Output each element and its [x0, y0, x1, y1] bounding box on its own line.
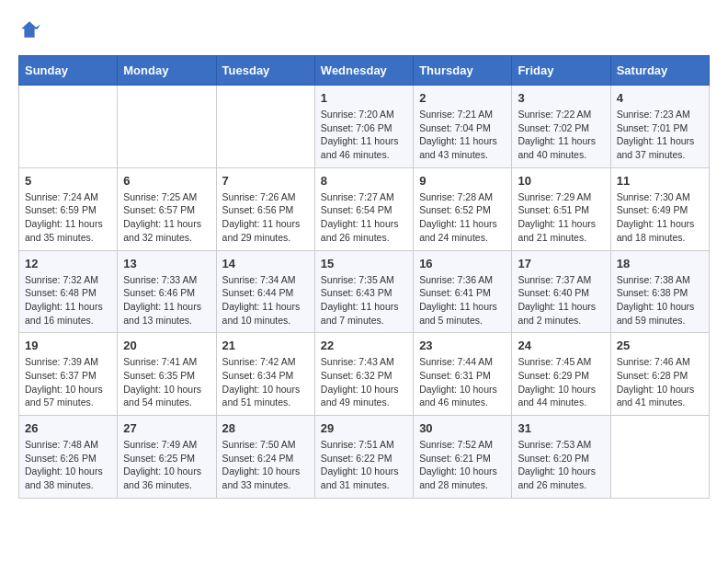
day-number: 13	[123, 257, 210, 270]
calendar-cell: 8Sunrise: 7:27 AM Sunset: 6:54 PM Daylig…	[314, 167, 413, 250]
calendar-cell: 11Sunrise: 7:30 AM Sunset: 6:49 PM Dayli…	[610, 167, 709, 250]
calendar-cell: 18Sunrise: 7:38 AM Sunset: 6:38 PM Dayli…	[610, 250, 709, 333]
day-number: 11	[617, 174, 703, 188]
calendar-cell: 6Sunrise: 7:25 AM Sunset: 6:57 PM Daylig…	[118, 167, 216, 250]
calendar-cell	[216, 86, 314, 168]
logo-icon	[18, 18, 40, 40]
day-info: Sunrise: 7:30 AM Sunset: 6:49 PM Dayligh…	[617, 190, 703, 245]
calendar-week-row: 5Sunrise: 7:24 AM Sunset: 6:59 PM Daylig…	[19, 167, 710, 250]
day-info: Sunrise: 7:44 AM Sunset: 6:31 PM Dayligh…	[419, 355, 506, 409]
calendar-cell: 16Sunrise: 7:36 AM Sunset: 6:41 PM Dayli…	[414, 250, 512, 333]
day-info: Sunrise: 7:39 AM Sunset: 6:37 PM Dayligh…	[25, 355, 111, 409]
calendar-cell: 24Sunrise: 7:45 AM Sunset: 6:29 PM Dayli…	[512, 333, 610, 416]
day-info: Sunrise: 7:21 AM Sunset: 7:04 PM Dayligh…	[419, 108, 506, 162]
day-number: 19	[25, 339, 111, 352]
day-info: Sunrise: 7:34 AM Sunset: 6:44 PM Dayligh…	[222, 273, 309, 327]
calendar-cell: 3Sunrise: 7:22 AM Sunset: 7:02 PM Daylig…	[512, 86, 610, 168]
calendar-cell: 26Sunrise: 7:48 AM Sunset: 6:26 PM Dayli…	[19, 416, 118, 499]
day-number: 16	[419, 257, 506, 270]
day-number: 26	[25, 421, 111, 435]
weekday-header-tuesday: Tuesday	[216, 56, 314, 86]
calendar-cell: 27Sunrise: 7:49 AM Sunset: 6:25 PM Dayli…	[118, 416, 216, 499]
day-info: Sunrise: 7:32 AM Sunset: 6:48 PM Dayligh…	[25, 273, 111, 327]
calendar-week-row: 26Sunrise: 7:48 AM Sunset: 6:26 PM Dayli…	[19, 416, 710, 499]
day-number: 1	[321, 91, 407, 105]
calendar-cell	[118, 86, 216, 168]
calendar-cell: 12Sunrise: 7:32 AM Sunset: 6:48 PM Dayli…	[19, 250, 118, 333]
weekday-header-friday: Friday	[512, 56, 610, 86]
day-number: 2	[419, 91, 506, 105]
calendar-cell: 17Sunrise: 7:37 AM Sunset: 6:40 PM Dayli…	[512, 250, 610, 333]
day-info: Sunrise: 7:28 AM Sunset: 6:52 PM Dayligh…	[419, 190, 506, 245]
day-number: 22	[321, 339, 407, 352]
calendar-header-row: SundayMondayTuesdayWednesdayThursdayFrid…	[19, 56, 710, 86]
calendar-cell: 1Sunrise: 7:20 AM Sunset: 7:06 PM Daylig…	[314, 86, 413, 168]
day-info: Sunrise: 7:37 AM Sunset: 6:40 PM Dayligh…	[518, 273, 604, 327]
calendar-cell: 25Sunrise: 7:46 AM Sunset: 6:28 PM Dayli…	[610, 333, 709, 416]
calendar-cell: 23Sunrise: 7:44 AM Sunset: 6:31 PM Dayli…	[414, 333, 512, 416]
day-info: Sunrise: 7:29 AM Sunset: 6:51 PM Dayligh…	[518, 190, 604, 245]
day-number: 15	[321, 257, 407, 270]
day-info: Sunrise: 7:52 AM Sunset: 6:21 PM Dayligh…	[419, 438, 506, 492]
calendar-week-row: 1Sunrise: 7:20 AM Sunset: 7:06 PM Daylig…	[19, 86, 710, 168]
logo	[18, 18, 44, 40]
day-info: Sunrise: 7:46 AM Sunset: 6:28 PM Dayligh…	[617, 355, 703, 409]
calendar-cell: 2Sunrise: 7:21 AM Sunset: 7:04 PM Daylig…	[414, 86, 512, 168]
weekday-header-saturday: Saturday	[610, 56, 709, 86]
day-info: Sunrise: 7:35 AM Sunset: 6:43 PM Dayligh…	[321, 273, 407, 327]
day-number: 6	[123, 174, 210, 188]
day-number: 8	[321, 174, 407, 188]
calendar-cell: 29Sunrise: 7:51 AM Sunset: 6:22 PM Dayli…	[314, 416, 413, 499]
calendar-week-row: 19Sunrise: 7:39 AM Sunset: 6:37 PM Dayli…	[19, 333, 710, 416]
day-number: 14	[222, 257, 309, 270]
day-number: 18	[617, 257, 703, 270]
page-header	[18, 18, 710, 40]
day-number: 10	[518, 174, 604, 188]
day-number: 20	[123, 339, 210, 352]
day-info: Sunrise: 7:23 AM Sunset: 7:01 PM Dayligh…	[617, 108, 703, 162]
calendar-week-row: 12Sunrise: 7:32 AM Sunset: 6:48 PM Dayli…	[19, 250, 710, 333]
day-info: Sunrise: 7:33 AM Sunset: 6:46 PM Dayligh…	[123, 273, 210, 327]
calendar-cell: 13Sunrise: 7:33 AM Sunset: 6:46 PM Dayli…	[118, 250, 216, 333]
weekday-header-monday: Monday	[118, 56, 216, 86]
svg-marker-0	[21, 21, 38, 38]
day-info: Sunrise: 7:45 AM Sunset: 6:29 PM Dayligh…	[518, 355, 604, 409]
calendar-cell: 20Sunrise: 7:41 AM Sunset: 6:35 PM Dayli…	[118, 333, 216, 416]
calendar-cell: 31Sunrise: 7:53 AM Sunset: 6:20 PM Dayli…	[512, 416, 610, 499]
day-info: Sunrise: 7:38 AM Sunset: 6:38 PM Dayligh…	[617, 273, 703, 327]
calendar-cell: 28Sunrise: 7:50 AM Sunset: 6:24 PM Dayli…	[216, 416, 314, 499]
day-number: 4	[617, 91, 703, 105]
day-info: Sunrise: 7:41 AM Sunset: 6:35 PM Dayligh…	[123, 355, 210, 409]
day-number: 24	[518, 339, 604, 352]
day-info: Sunrise: 7:36 AM Sunset: 6:41 PM Dayligh…	[419, 273, 506, 327]
day-info: Sunrise: 7:43 AM Sunset: 6:32 PM Dayligh…	[321, 355, 407, 409]
day-info: Sunrise: 7:26 AM Sunset: 6:56 PM Dayligh…	[222, 190, 309, 245]
day-number: 23	[419, 339, 506, 352]
calendar-cell: 7Sunrise: 7:26 AM Sunset: 6:56 PM Daylig…	[216, 167, 314, 250]
day-info: Sunrise: 7:51 AM Sunset: 6:22 PM Dayligh…	[321, 438, 407, 492]
day-info: Sunrise: 7:42 AM Sunset: 6:34 PM Dayligh…	[222, 355, 309, 409]
day-info: Sunrise: 7:27 AM Sunset: 6:54 PM Dayligh…	[321, 190, 407, 245]
calendar-cell: 5Sunrise: 7:24 AM Sunset: 6:59 PM Daylig…	[19, 167, 118, 250]
calendar-cell: 30Sunrise: 7:52 AM Sunset: 6:21 PM Dayli…	[414, 416, 512, 499]
day-number: 25	[617, 339, 703, 352]
calendar-cell: 21Sunrise: 7:42 AM Sunset: 6:34 PM Dayli…	[216, 333, 314, 416]
day-number: 29	[321, 421, 407, 435]
calendar-cell: 19Sunrise: 7:39 AM Sunset: 6:37 PM Dayli…	[19, 333, 118, 416]
calendar-cell: 4Sunrise: 7:23 AM Sunset: 7:01 PM Daylig…	[610, 86, 709, 168]
calendar-cell: 14Sunrise: 7:34 AM Sunset: 6:44 PM Dayli…	[216, 250, 314, 333]
day-info: Sunrise: 7:48 AM Sunset: 6:26 PM Dayligh…	[25, 438, 111, 492]
day-number: 30	[419, 421, 506, 435]
calendar-cell: 9Sunrise: 7:28 AM Sunset: 6:52 PM Daylig…	[414, 167, 512, 250]
day-number: 12	[25, 257, 111, 270]
calendar-cell: 10Sunrise: 7:29 AM Sunset: 6:51 PM Dayli…	[512, 167, 610, 250]
calendar-cell: 15Sunrise: 7:35 AM Sunset: 6:43 PM Dayli…	[314, 250, 413, 333]
day-info: Sunrise: 7:49 AM Sunset: 6:25 PM Dayligh…	[123, 438, 210, 492]
day-number: 5	[25, 174, 111, 188]
day-number: 28	[222, 421, 309, 435]
day-info: Sunrise: 7:24 AM Sunset: 6:59 PM Dayligh…	[25, 190, 111, 245]
weekday-header-wednesday: Wednesday	[314, 56, 413, 86]
day-info: Sunrise: 7:53 AM Sunset: 6:20 PM Dayligh…	[518, 438, 604, 492]
weekday-header-sunday: Sunday	[19, 56, 118, 86]
weekday-header-thursday: Thursday	[414, 56, 512, 86]
